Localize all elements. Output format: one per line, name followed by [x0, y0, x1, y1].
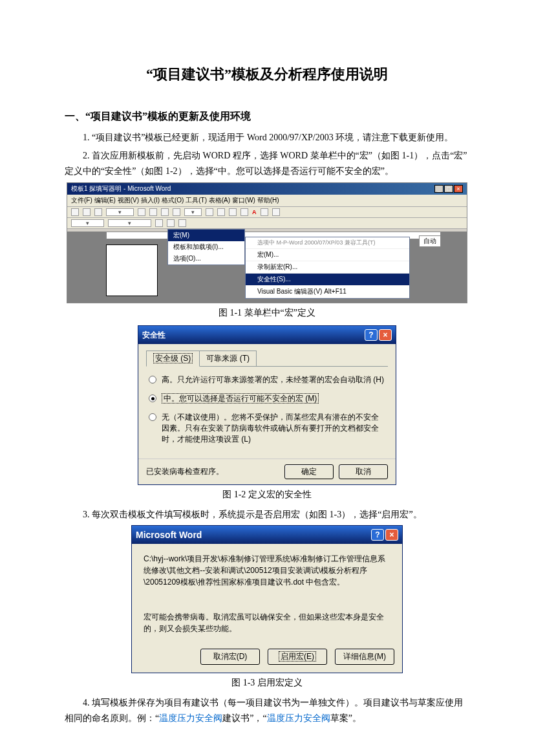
- radio-high[interactable]: [149, 376, 156, 383]
- macro-warning-path: C:\hyj--work\项目开发\标准制修订管理系统\标准制修订工作管理信息系…: [144, 553, 390, 588]
- font-color-icon[interactable]: A: [252, 209, 257, 215]
- toolbar-icon[interactable]: [83, 208, 91, 216]
- submenu-vbe[interactable]: Visual Basic 编辑器(V) Alt+F11: [246, 286, 409, 298]
- toolbar-icon[interactable]: [261, 208, 268, 216]
- enable-macros-button[interactable]: 启用宏(E): [268, 649, 327, 665]
- font-combo[interactable]: ▾: [106, 208, 134, 216]
- toolbar-icon[interactable]: [155, 219, 163, 227]
- tab-strip: 安全级 (S) 可靠来源 (T): [146, 351, 388, 367]
- auto-option[interactable]: 自动: [419, 235, 441, 247]
- page-title: “项目建议书”模板及分析程序使用说明: [65, 65, 469, 84]
- close-icon[interactable]: ×: [385, 529, 398, 541]
- toolbar-icon[interactable]: [138, 208, 145, 216]
- toolbar-icon[interactable]: [94, 208, 102, 216]
- figure-1-3-caption: 图 1-3 启用宏定义: [65, 677, 469, 689]
- dialog-title-text: 安全性: [142, 330, 166, 341]
- toolbar-icon[interactable]: [272, 208, 280, 216]
- macro-warning-text: 宏可能会携带病毒。取消宏虽可以确保安全，但如果这些宏本身是安全的，则又会损失某些…: [144, 611, 390, 634]
- submenu-macros[interactable]: 宏(M)...: [246, 249, 409, 261]
- close-icon[interactable]: ×: [454, 185, 463, 193]
- help-icon[interactable]: ?: [365, 329, 378, 341]
- toolbar-icon[interactable]: [161, 208, 169, 216]
- submenu-security[interactable]: 安全性(S)...: [246, 274, 409, 286]
- word-document-area: 宏(M) 模板和加载项(I)... 选项(O)... 选项中 M-P-Word …: [67, 232, 467, 303]
- details-button[interactable]: 详细信息(M): [335, 649, 394, 665]
- macro-submenu: 选项中 M-P-Word 2000/07/XP/03 兼容工具(T) 宏(M).…: [245, 237, 410, 299]
- minimize-icon[interactable]: _: [434, 185, 443, 193]
- paragraph-2: 2. 首次应用新模板前，先启动 WORD 程序，选择 WORD 菜单栏中的“宏”…: [65, 148, 469, 179]
- help-icon[interactable]: ?: [371, 529, 384, 541]
- paragraph-1: 1. “项目建议书”模板已经更新，现适用于 Word 2000/97/XP/20…: [65, 130, 469, 146]
- paragraph-4: 4. 填写模板并保存为项目有建议书（每一项目建议书为一单独文件）。项目建议书与草…: [65, 695, 469, 726]
- radio-low[interactable]: [149, 413, 156, 421]
- link-example-1: 温度压力安全阀: [159, 713, 222, 723]
- toolbar-icon[interactable]: [240, 208, 248, 216]
- word-menubar[interactable]: 文件(F) 编辑(E) 视图(V) 插入(I) 格式(O) 工具(T) 表格(A…: [67, 195, 467, 207]
- toolbar-icon[interactable]: [206, 208, 213, 216]
- submenu-record[interactable]: 录制新宏(R)...: [246, 261, 409, 274]
- toolbar-icon[interactable]: [173, 208, 180, 216]
- toolbar-icon[interactable]: [178, 219, 186, 227]
- word-toolbar-2[interactable]: ▾ ▾: [67, 218, 467, 229]
- document-page: [106, 244, 158, 296]
- link-example-2: 温度压力安全阀: [267, 713, 330, 723]
- toolbar-icon[interactable]: [149, 208, 157, 216]
- close-icon[interactable]: ×: [379, 329, 392, 341]
- maximize-icon[interactable]: □: [444, 185, 453, 193]
- toolbar-icon[interactable]: [167, 219, 175, 227]
- word-title-text: 模板1 探填写器明 - Microsoft Word: [71, 184, 171, 193]
- figure-1-1-caption: 图 1-1 菜单栏中“宏”定义: [65, 307, 469, 319]
- menu-item-options[interactable]: 选项(O)...: [168, 253, 244, 265]
- security-dialog-titlebar: 安全性 ? ×: [138, 326, 396, 344]
- zoom-combo[interactable]: ▾: [184, 208, 202, 216]
- tab-security-level[interactable]: 安全级 (S): [146, 351, 200, 367]
- disable-macros-button[interactable]: 取消宏(D): [200, 649, 260, 665]
- figure-1-2: 安全性 ? × 安全级 (S) 可靠来源 (T) 高。只允许运行可靠来源签署的宏…: [138, 325, 396, 485]
- radio-low-label: 无（不建议使用）。您将不受保护，而某些宏具有潜在的不安全因素。只有在安装了防病毒…: [162, 412, 385, 444]
- tools-menu-dropdown: 宏(M) 模板和加载项(I)... 选项(O)...: [167, 229, 245, 265]
- figure-1-3: Microsoft Word ? × C:\hyj--work\项目开发\标准制…: [131, 525, 403, 673]
- macro-dialog-titlebar: Microsoft Word ? ×: [132, 526, 402, 544]
- antivirus-note: 已安装病毒检查程序。: [146, 466, 224, 477]
- tab-trusted-sources[interactable]: 可靠来源 (T): [199, 351, 257, 366]
- submenu-compat[interactable]: 选项中 M-P-Word 2000/07/XP/03 兼容工具(T): [246, 237, 409, 249]
- section-1-heading: 一、“项目建议书”模板的更新及使用环境: [65, 110, 469, 124]
- figure-1-2-caption: 图 1-2 定义宏的安全性: [65, 489, 469, 501]
- ok-button[interactable]: 确定: [284, 464, 334, 479]
- menu-item-macro[interactable]: 宏(M): [168, 230, 244, 241]
- cancel-button[interactable]: 取消: [339, 464, 388, 479]
- radio-medium[interactable]: [149, 394, 156, 402]
- word-titlebar: 模板1 探填写器明 - Microsoft Word _ □ ×: [67, 183, 467, 195]
- toolbar-icon[interactable]: [217, 208, 225, 216]
- toolbar-icon[interactable]: [71, 208, 79, 216]
- radio-high-label: 高。只允许运行可靠来源签署的宏，未经签署的宏会自动取消 (H): [162, 374, 384, 385]
- toolbar-icon[interactable]: [229, 208, 237, 216]
- radio-medium-label: 中。您可以选择是否运行可能不安全的宏 (M): [162, 393, 319, 404]
- style-combo[interactable]: ▾: [71, 219, 104, 227]
- figure-1-1: 模板1 探填写器明 - Microsoft Word _ □ × 文件(F) 编…: [67, 182, 467, 303]
- paragraph-3: 3. 每次双击模板文件填写模板时，系统提示是否启用宏（如图 1-3），选择“启用…: [65, 507, 469, 523]
- dialog-title-text: Microsoft Word: [136, 530, 202, 540]
- word-toolbar-1[interactable]: ▾ ▾ A: [67, 207, 467, 218]
- font-combo[interactable]: ▾: [108, 219, 151, 227]
- menu-item-templates[interactable]: 模板和加载项(I)...: [168, 241, 244, 253]
